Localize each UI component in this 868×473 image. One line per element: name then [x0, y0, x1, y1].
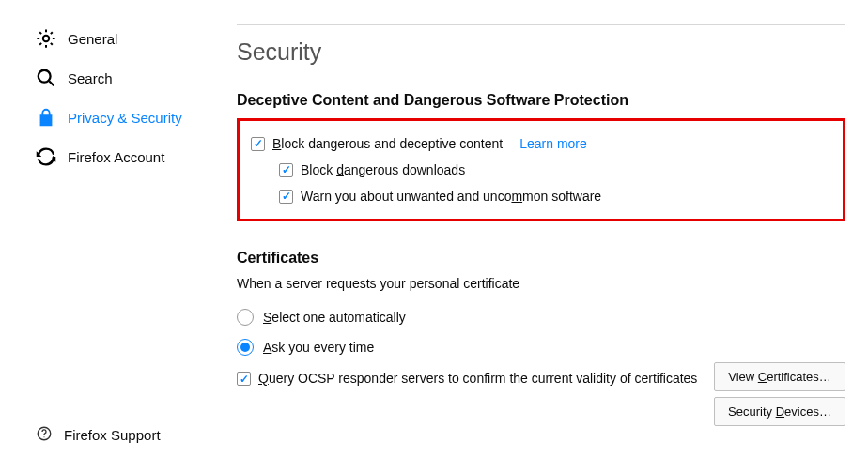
ocsp-checkbox[interactable] — [237, 372, 251, 386]
ask-every-radio[interactable] — [237, 339, 254, 356]
select-auto-radio[interactable] — [237, 309, 254, 326]
sidebar-main: General Search Privacy & Security Firefo… — [0, 19, 225, 416]
block-downloads-checkbox[interactable] — [279, 163, 293, 177]
sync-icon — [36, 146, 56, 167]
cert-bottom-row: Query OCSP responder servers to confirm … — [237, 362, 845, 426]
sidebar-support[interactable]: Firefox Support — [0, 416, 225, 473]
sidebar: General Search Privacy & Security Firefo… — [0, 0, 225, 473]
block-deceptive-checkbox[interactable] — [251, 137, 265, 151]
search-icon — [36, 68, 56, 88]
sidebar-item-search[interactable]: Search — [0, 58, 225, 98]
select-auto-label: Select one automatically — [263, 310, 406, 325]
warn-unwanted-row: Warn you about unwanted and uncommon sof… — [251, 183, 777, 209]
block-deceptive-label: Block dangerous and deceptive content — [272, 136, 503, 151]
cert-buttons: View Certificates… Security Devices… — [714, 362, 845, 426]
view-certificates-button[interactable]: View Certificates… — [714, 362, 845, 391]
block-downloads-label: Block dangerous downloads — [301, 162, 465, 177]
divider — [237, 24, 845, 25]
main-content: Security Deceptive Content and Dangerous… — [225, 0, 868, 473]
ask-every-row: Ask you every time — [237, 332, 845, 362]
security-devices-button[interactable]: Security Devices… — [714, 397, 845, 426]
subsection-deceptive-title: Deceptive Content and Dangerous Software… — [237, 92, 845, 109]
svg-point-0 — [43, 36, 49, 41]
warn-unwanted-label: Warn you about unwanted and uncommon sof… — [301, 189, 601, 204]
select-auto-row: Select one automatically — [237, 302, 845, 332]
warn-unwanted-checkbox[interactable] — [279, 190, 293, 204]
sidebar-item-label: Privacy & Security — [68, 110, 182, 126]
sidebar-item-firefox-account[interactable]: Firefox Account — [0, 137, 225, 176]
sidebar-support-label: Firefox Support — [64, 427, 161, 443]
help-icon — [36, 425, 53, 445]
lock-icon — [36, 107, 56, 128]
gear-icon — [36, 28, 56, 49]
ask-every-label: Ask you every time — [263, 340, 374, 355]
block-deceptive-row: Block dangerous and deceptive content Le… — [251, 130, 777, 157]
ocsp-row: Query OCSP responder servers to confirm … — [237, 362, 699, 389]
subsection-certificates-title: Certificates — [237, 250, 845, 267]
ocsp-label: Query OCSP responder servers to confirm … — [258, 368, 697, 389]
section-heading: Security — [237, 38, 845, 66]
svg-point-1 — [39, 70, 51, 83]
sidebar-item-general[interactable]: General — [0, 19, 225, 58]
sidebar-item-label: General — [68, 31, 117, 47]
learn-more-link[interactable]: Learn more — [519, 136, 587, 151]
sidebar-item-privacy-security[interactable]: Privacy & Security — [0, 98, 225, 137]
svg-point-3 — [43, 436, 44, 437]
highlight-box: Block dangerous and deceptive content Le… — [237, 118, 845, 221]
sidebar-item-label: Firefox Account — [68, 149, 164, 165]
certificates-desc: When a server requests your personal cer… — [237, 276, 845, 291]
block-downloads-row: Block dangerous downloads — [251, 157, 777, 183]
sidebar-item-label: Search — [68, 70, 113, 86]
